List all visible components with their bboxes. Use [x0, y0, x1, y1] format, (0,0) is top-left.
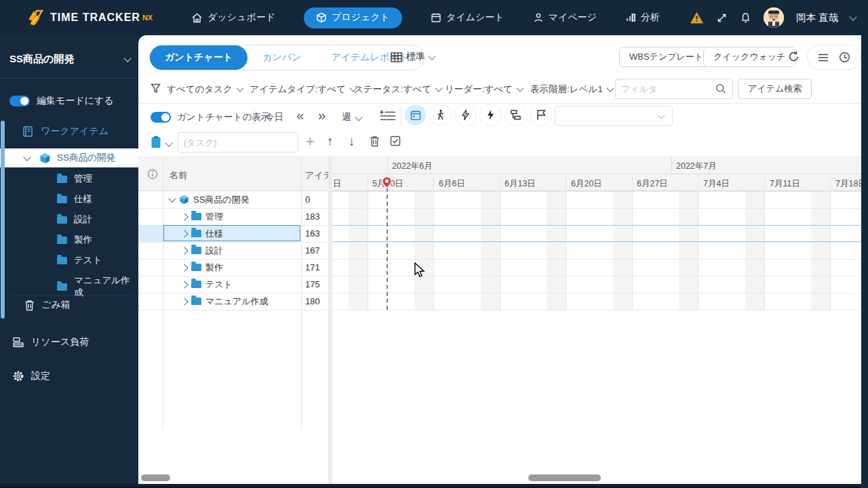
column-header-count[interactable]: アイテ [305, 169, 328, 182]
edit-mode-toggle-row[interactable]: 編集モードにする [9, 95, 114, 107]
table-row[interactable]: 設計 167 [138, 242, 328, 260]
trash-label: ごみ箱 [41, 299, 71, 311]
week-label: 7月4日 [703, 178, 730, 190]
sidebar-folder-item[interactable]: 設計 [57, 214, 92, 226]
history-clock-icon[interactable] [839, 52, 850, 63]
item-search-button[interactable]: アイテム検索 [738, 79, 812, 99]
chevron-down-icon [516, 84, 524, 92]
row-expand-icon[interactable] [180, 247, 188, 254]
filter-funnel-icon[interactable] [151, 83, 161, 94]
week-label: 6月13日 [505, 178, 536, 190]
task-input[interactable] [178, 132, 298, 152]
sidebar-item-settings[interactable]: 設定 [12, 370, 50, 382]
table-row[interactable]: 管理 183 [138, 208, 328, 226]
row-expand-icon[interactable] [180, 230, 188, 237]
move-down-icon[interactable]: ↓ [349, 134, 355, 149]
sidebar-item-resource-load[interactable]: リソース負荷 [12, 336, 89, 348]
gantt-toggle-row[interactable]: ガントチャートの表示 [151, 111, 270, 123]
edit-mode-toggle[interactable] [9, 96, 30, 106]
folder-label: 製作 [74, 234, 92, 246]
window-bottom-edge [0, 484, 868, 488]
sidebar-folder-item[interactable]: 仕様 [57, 193, 92, 205]
user-menu-chevron-icon[interactable] [849, 13, 856, 20]
lightning-filled-button[interactable] [480, 104, 501, 125]
filter-item-type[interactable]: アイテムタイプ:すべて [250, 83, 356, 96]
app-logo[interactable]: TIME TRACKER NX [26, 9, 153, 26]
row-count: 183 [305, 211, 320, 222]
avatar[interactable] [764, 7, 784, 28]
warning-icon[interactable] [690, 12, 704, 24]
quick-watch-button[interactable]: クイックウォッチ [703, 47, 795, 67]
sidebar-folder-item[interactable]: テスト [57, 254, 102, 266]
outdent-icon[interactable] [380, 110, 396, 122]
nav-analytics[interactable]: 分析 [625, 12, 660, 24]
folder-icon [57, 283, 67, 291]
sidebar: SS商品の開発 編集モードにする ワークアイテム SS商品の開発 管理 仕様 設… [0, 35, 138, 484]
nav-mypage[interactable]: マイページ [533, 12, 597, 24]
calendar-mode-button[interactable] [405, 104, 426, 125]
gantt-visibility-toggle[interactable] [151, 112, 171, 123]
filter-status[interactable]: ステータス:すべて [354, 83, 441, 96]
table-row[interactable]: テスト 175 [138, 276, 328, 293]
today-pin-icon[interactable] [381, 176, 393, 189]
page-back-icon[interactable]: « [296, 108, 304, 122]
sidebar-folder-item[interactable]: 製作 [57, 234, 92, 246]
page-forward-icon[interactable]: » [318, 108, 326, 122]
baseline-select[interactable] [555, 106, 673, 126]
wbs-template-button[interactable]: WBSテンプレート [619, 47, 713, 67]
tree-root-project[interactable]: SS商品の開発 [0, 148, 138, 167]
walker-mode-button[interactable] [430, 104, 451, 125]
bell-icon[interactable] [740, 12, 751, 24]
column-header-name[interactable]: 名前 [170, 169, 187, 182]
row-expand-icon[interactable] [180, 213, 188, 220]
sidebar-folder-item[interactable]: 管理 [57, 173, 92, 185]
fullscreen-icon[interactable] [716, 12, 728, 24]
row-collapse-icon[interactable] [168, 195, 176, 202]
lightning-outline-button[interactable] [455, 104, 476, 125]
tree-root-expand-icon[interactable] [23, 153, 31, 161]
table-row[interactable]: マニュアル作成 180 [138, 293, 328, 310]
scale-select[interactable]: 週 [342, 111, 361, 123]
home-icon [191, 12, 203, 24]
sidebar-item-trash[interactable]: ごみ箱 [24, 299, 71, 311]
menu-lines-icon[interactable] [818, 54, 829, 62]
search-icon[interactable] [715, 83, 726, 94]
table-row-selected[interactable]: 仕様 163 [138, 225, 328, 243]
sidebar-item-work-items[interactable]: ワークアイテム [22, 125, 108, 138]
chart-horizontal-scrollbar[interactable] [528, 474, 601, 481]
filter-leader[interactable]: リーダー:すべて [445, 83, 523, 96]
table-grid-icon [391, 52, 402, 62]
hierarchy-boxes-button[interactable] [505, 104, 526, 125]
tab-gantt-chart[interactable]: ガントチャート [150, 45, 248, 70]
move-up-icon[interactable]: ↑ [327, 134, 334, 149]
add-icon[interactable]: + [306, 133, 315, 150]
checkbox-icon[interactable] [390, 136, 401, 146]
week-label: 6月6日 [439, 178, 465, 190]
refresh-icon[interactable] [787, 50, 800, 63]
toolbar-divider [401, 107, 401, 125]
folder-icon [57, 216, 67, 224]
clipboard-chevron-icon[interactable] [165, 139, 172, 146]
table-row[interactable]: 製作 171 [138, 259, 328, 277]
filter-task-scope[interactable]: すべてのタスク [167, 83, 243, 96]
nav-timesheet[interactable]: タイムシート [431, 12, 505, 24]
row-name: 設計 [205, 245, 223, 257]
row-expand-icon[interactable] [180, 264, 188, 271]
view-preset-selector[interactable]: 標準 [391, 51, 435, 63]
table-row[interactable]: SS商品の開発 0 [138, 191, 328, 209]
tab-kanban[interactable]: カンバン [248, 45, 316, 70]
delete-icon[interactable] [370, 136, 380, 147]
clipboard-icon[interactable] [151, 136, 161, 148]
today-button[interactable]: 今日 [265, 111, 283, 123]
sidebar-project-selector[interactable]: SS商品の開発 [9, 53, 130, 66]
row-expand-icon[interactable] [180, 298, 188, 305]
row-expand-icon[interactable] [180, 281, 188, 288]
filter-hierarchy[interactable]: 表示階層:レベル1 [530, 83, 613, 96]
sidebar-scrollbar[interactable] [1, 121, 5, 319]
today-line [387, 188, 388, 310]
table-horizontal-scrollbar[interactable] [141, 474, 170, 481]
flag-button[interactable] [530, 104, 551, 125]
month-divider [671, 157, 672, 174]
nav-project[interactable]: プロジェクト [304, 7, 402, 28]
nav-dashboard[interactable]: ダッシュボード [191, 12, 275, 24]
